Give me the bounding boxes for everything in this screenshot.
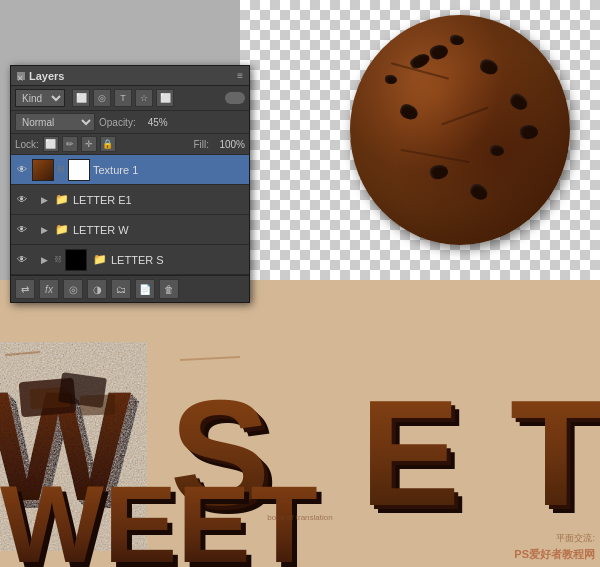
svg-line-19 [180, 357, 240, 360]
visibility-icon-texture1[interactable]: 👁 [15, 163, 29, 177]
layer-mask-btn[interactable]: ◎ [63, 279, 83, 299]
panel-title-group: × Layers [17, 70, 64, 82]
lock-pixel-btn[interactable]: ✏ [62, 136, 78, 152]
layers-panel: × Layers ≡ Kind ⬜ ◎ T ☆ ⬜ Normal Opa [10, 65, 250, 303]
chip [490, 145, 504, 156]
adjustment-filter-btn[interactable]: ◎ [93, 89, 111, 107]
panel-toolbar: ⇄ fx ◎ ◑ 🗂 📄 🗑 [11, 275, 249, 302]
layer-name-letterw: LETTER W [73, 224, 245, 236]
blend-mode-row: Normal Opacity: 45% [11, 111, 249, 134]
chip [450, 34, 465, 45]
lock-all-btn[interactable]: 🔒 [100, 136, 116, 152]
opacity-label: Opacity: [99, 117, 136, 128]
fill-value[interactable]: 100% [213, 139, 245, 150]
layers-list: 👁 ⛓ Texture 1 👁 ▶ 📁 LETTER E1 👁 [11, 155, 249, 275]
opacity-value[interactable]: 45% [140, 117, 168, 128]
group-arrow-letterw[interactable]: ▶ [41, 225, 51, 235]
chain-icon-letters: ⛓ [54, 255, 62, 264]
layer-thumbnail-texture1 [32, 159, 54, 181]
main-canvas: × Layers ≡ Kind ⬜ ◎ T ☆ ⬜ Normal Opa [0, 0, 600, 567]
new-fill-btn[interactable]: ◑ [87, 279, 107, 299]
small-watermark: book of translation [267, 513, 332, 522]
shape-filter-btn[interactable]: ☆ [135, 89, 153, 107]
lock-position-btn[interactable]: ✛ [81, 136, 97, 152]
filter-select[interactable]: Kind [15, 89, 65, 107]
folder-icon-letters: 📁 [92, 252, 108, 268]
layer-name-lettere1: LETTER E1 [73, 194, 245, 206]
layer-name-texture1: Texture 1 [93, 164, 245, 176]
lock-row: Lock: ⬜ ✏ ✛ 🔒 Fill: 100% [11, 134, 249, 155]
visibility-icon-letters[interactable]: 👁 [15, 253, 29, 267]
lock-transparent-btn[interactable]: ⬜ [43, 136, 59, 152]
pixel-filter-btn[interactable]: ⬜ [72, 89, 90, 107]
watermark-text2: 平面交流: [556, 532, 595, 545]
layer-item-lettere1[interactable]: 👁 ▶ 📁 LETTER E1 [11, 185, 249, 215]
visibility-icon-lettere1[interactable]: 👁 [15, 193, 29, 207]
layer-item-texture1[interactable]: 👁 ⛓ Texture 1 [11, 155, 249, 185]
type-filter-btn[interactable]: T [114, 89, 132, 107]
blend-mode-select[interactable]: Normal [15, 113, 95, 131]
layer-mask-texture1 [68, 159, 90, 181]
delete-layer-btn[interactable]: 🗑 [159, 279, 179, 299]
new-group-btn[interactable]: 🗂 [111, 279, 131, 299]
cookie-image [350, 15, 570, 245]
link-layers-btn[interactable]: ⇄ [15, 279, 35, 299]
layer-item-letterw[interactable]: 👁 ▶ 📁 LETTER W [11, 215, 249, 245]
new-layer-btn[interactable]: 📄 [135, 279, 155, 299]
svg-line-18 [5, 352, 40, 355]
visibility-icon-letterw[interactable]: 👁 [15, 223, 29, 237]
panel-title: Layers [29, 70, 64, 82]
folder-icon-letterw: 📁 [54, 222, 70, 238]
bottom-area: W W W W [0, 280, 600, 567]
layer-effects-btn[interactable]: fx [39, 279, 59, 299]
lock-label: Lock: [15, 139, 39, 150]
group-arrow-letters[interactable]: ▶ [41, 255, 51, 265]
layer-mask-letters [65, 249, 87, 271]
chain-icon: ⛓ [57, 165, 65, 174]
panel-menu-button[interactable]: ≡ [237, 70, 243, 81]
filter-row: Kind ⬜ ◎ T ☆ ⬜ [11, 86, 249, 111]
svg-rect-17 [80, 394, 116, 415]
layer-name-letters: LETTER S [111, 254, 245, 266]
watermark-text: PS爱好者教程网 [514, 547, 595, 562]
panel-titlebar: × Layers ≡ [11, 66, 249, 86]
group-arrow-lettere1[interactable]: ▶ [41, 195, 51, 205]
lock-icons-group: ⬜ ✏ ✛ 🔒 [43, 136, 116, 152]
smart-filter-btn[interactable]: ⬜ [156, 89, 174, 107]
chip [385, 75, 397, 84]
filter-toggle[interactable] [225, 92, 245, 104]
filter-icons-group: ⬜ ◎ T ☆ ⬜ [72, 89, 174, 107]
close-button[interactable]: × [17, 72, 25, 80]
fill-label: Fill: [193, 139, 209, 150]
layer-item-letters[interactable]: 👁 ▶ ⛓ 📁 LETTER S [11, 245, 249, 275]
folder-icon-lettere1: 📁 [54, 192, 70, 208]
